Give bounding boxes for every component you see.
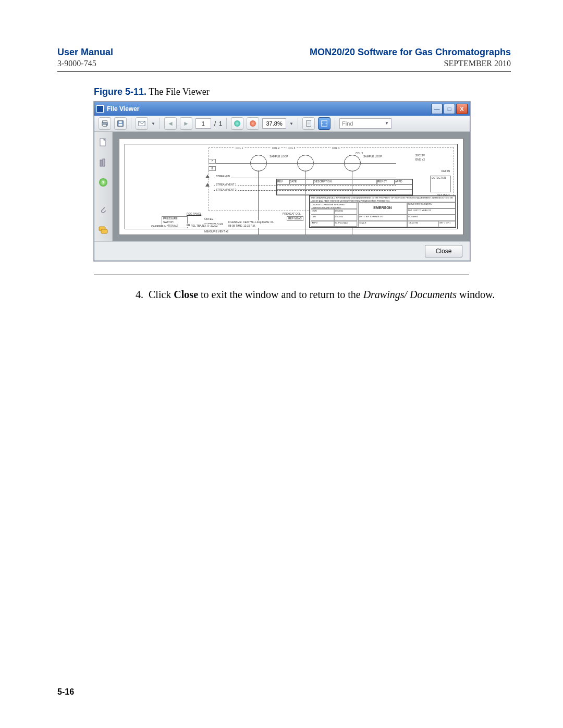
svg-rect-4 bbox=[119, 121, 121, 124]
col-3: COL 3 bbox=[287, 146, 296, 150]
rel-no: REL TBA NO. 5–22202 bbox=[190, 224, 218, 228]
tb-title3: DET 2 B/P TO MEAS 4/5 bbox=[358, 215, 407, 221]
pdf-toolbar: ▼ ◄ ► 1 / 1 37.8% ▼ Find ▼ bbox=[94, 116, 470, 132]
file-viewer-window: File Viewer — □ X ▼ ◄ ► 1 / bbox=[94, 102, 470, 261]
col-2: COL 2 bbox=[271, 146, 280, 150]
tb-date1: 05/06/04 bbox=[334, 209, 358, 215]
end-y2: END Y2 bbox=[414, 158, 426, 162]
svc-sv: SVC SV bbox=[414, 154, 426, 157]
step-close-word: Close bbox=[174, 289, 198, 300]
ref-in: REF IN bbox=[440, 169, 451, 173]
toolbar-sep bbox=[226, 118, 227, 129]
date-h: DATE bbox=[289, 179, 313, 184]
side-tabs: ? bbox=[94, 132, 113, 241]
header-rule bbox=[57, 71, 511, 72]
tb-disclaimer: THIS DRAWING AND ALL INFORMATION CONTAIN… bbox=[310, 196, 456, 202]
fit-width-button[interactable] bbox=[318, 117, 331, 130]
col-1: COL 1 bbox=[235, 146, 244, 150]
drawing-pane[interactable]: SAMPLE LOOP SAMPLE LOOP COL 1 COL 2 COL … bbox=[113, 132, 470, 241]
app-icon bbox=[96, 105, 104, 113]
step-number: 4. bbox=[136, 289, 143, 300]
stream-in: STREAM IN bbox=[215, 175, 231, 178]
rev-h: REV bbox=[277, 179, 289, 184]
step-italic: Drawings/ Documents bbox=[363, 289, 457, 300]
titlebar[interactable]: File Viewer — □ X bbox=[94, 102, 470, 116]
page-number: 5-16 bbox=[57, 687, 511, 697]
detector-box: DETECTOR bbox=[430, 176, 451, 192]
step-text-1: Click bbox=[149, 289, 174, 300]
preheat-col: PREHEAT COL bbox=[282, 212, 302, 216]
pages-panel-icon[interactable] bbox=[97, 137, 109, 149]
stream-vent-2: STREAM VENT 2 bbox=[215, 188, 238, 192]
tb-date2: 05/06/04 bbox=[334, 215, 358, 221]
tb-dwn: DWN bbox=[311, 209, 334, 215]
col-5: COL 5 bbox=[354, 152, 364, 155]
tb-scale: SCALE bbox=[358, 221, 407, 227]
dropdown-arrow-icon[interactable]: ▼ bbox=[151, 121, 155, 126]
envelope-icon bbox=[138, 120, 145, 127]
prev-page-button[interactable]: ◄ bbox=[164, 117, 177, 130]
zoom-out-button[interactable] bbox=[231, 117, 243, 130]
desc-h: DESCRIPTION bbox=[313, 179, 377, 184]
appd-h: APPD bbox=[395, 179, 412, 184]
sig-h: REV BY bbox=[377, 179, 395, 184]
next-page-button[interactable]: ► bbox=[180, 117, 192, 130]
find-dropdown-icon[interactable]: ▼ bbox=[385, 119, 389, 128]
ref-meas: REF MEAS bbox=[287, 216, 303, 221]
sample-loop-2: SAMPLE LOOP bbox=[362, 155, 383, 158]
minimize-button[interactable]: — bbox=[431, 104, 443, 114]
tb-sheet: SHT 1 OF 1 bbox=[439, 221, 455, 227]
toolbar-sep bbox=[298, 118, 298, 129]
plus-icon bbox=[250, 120, 256, 127]
floppy-icon bbox=[117, 120, 124, 127]
envelope-button[interactable] bbox=[136, 117, 148, 130]
fit-width-icon bbox=[321, 120, 328, 127]
attachments-panel-icon[interactable] bbox=[97, 205, 109, 216]
window-close-button[interactable]: X bbox=[456, 104, 468, 114]
reg-panel: REG PANEL bbox=[186, 212, 202, 216]
maximize-button[interactable]: □ bbox=[444, 104, 455, 114]
minus-icon bbox=[234, 120, 240, 127]
zoom-dropdown-icon[interactable]: ▼ bbox=[289, 121, 293, 126]
measure-vent-1: MEASURE VENT #1 bbox=[203, 230, 229, 233]
help-icon[interactable]: ? bbox=[97, 177, 109, 188]
tb-cl: CL PULLMAN bbox=[334, 221, 358, 227]
figure-bottom-rule bbox=[94, 275, 469, 275]
svg-rect-14 bbox=[103, 159, 105, 166]
bookmarks-panel-icon[interactable] bbox=[97, 157, 109, 168]
figure-caption-text: The File Viewer bbox=[146, 87, 210, 97]
find-placeholder: Find bbox=[342, 119, 353, 128]
svg-rect-0 bbox=[103, 121, 107, 123]
stream-vent-1: STREAM VENT 1 bbox=[215, 183, 238, 187]
close-button[interactable]: Close bbox=[425, 245, 462, 257]
print-button[interactable] bbox=[99, 117, 111, 130]
title-block: THIS DRAWING AND ALL INFORMATION CONTAIN… bbox=[309, 195, 456, 228]
window-title: File Viewer bbox=[107, 105, 139, 113]
sample-loop-1: SAMPLE LOOP bbox=[268, 155, 289, 158]
figure-caption: Figure 5-11. The File Viewer bbox=[94, 87, 511, 97]
fit-page-icon bbox=[305, 120, 312, 127]
zoom-in-button[interactable] bbox=[247, 117, 259, 130]
drawing-page: SAMPLE LOOP SAMPLE LOOP COL 1 COL 2 COL … bbox=[119, 138, 463, 235]
zoom-field[interactable]: 37.8% bbox=[262, 118, 286, 129]
page-current-field[interactable]: 1 bbox=[195, 118, 211, 129]
page-sep: / bbox=[214, 120, 216, 127]
orfee-1: ORFEE bbox=[203, 217, 214, 221]
step-text-3: window. bbox=[457, 289, 495, 300]
tb-dwgno: CE-27736 bbox=[408, 221, 439, 227]
print-icon bbox=[101, 120, 108, 127]
tb-title2: DET 1 B/P TO MEAS 2/5 bbox=[407, 208, 456, 215]
save-button[interactable] bbox=[114, 117, 127, 130]
svg-rect-2 bbox=[103, 125, 107, 127]
step-text-2: to exit the window and to return to the bbox=[198, 289, 363, 300]
svg-rect-5 bbox=[119, 124, 123, 126]
find-field[interactable]: Find ▼ bbox=[339, 118, 391, 129]
comments-panel-icon[interactable] bbox=[97, 225, 109, 236]
fit-page-button[interactable] bbox=[302, 117, 315, 130]
header-left-title: User Manual bbox=[57, 47, 113, 58]
svg-rect-13 bbox=[100, 160, 102, 166]
header-right-title: MON20/20 Software for Gas Chromatographs bbox=[310, 47, 511, 58]
tb-unless: UNLESS OTHERWISE SPECIFIED DIMENSIONS AR… bbox=[311, 203, 357, 209]
carrier-in: CARRIER IN bbox=[150, 225, 167, 228]
col-4: COL 4 bbox=[331, 146, 340, 150]
